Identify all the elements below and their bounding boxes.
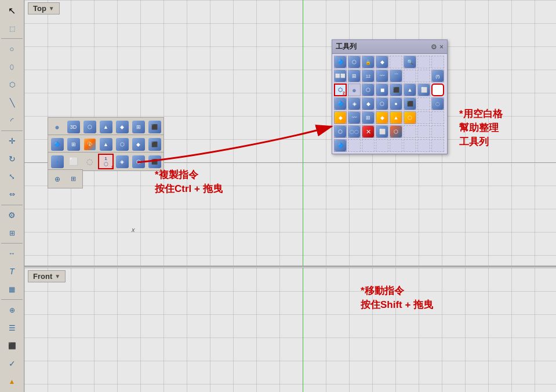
ft-r6-empty2[interactable] [417,125,430,138]
cmd-r3-b3[interactable]: ◌ [82,154,97,169]
cone-btn[interactable]: ▲ [3,373,21,390]
ft-btn-3[interactable]: 🔒 [362,56,375,68]
ft-r2-empty-1[interactable] [404,70,416,82]
ft-r6-3[interactable]: ✕ [362,125,375,138]
ft-r6-4[interactable]: ⬜ [376,125,388,138]
ft-btn-4[interactable]: ◆ [376,56,388,68]
cmd-r2-b7[interactable]: ⬛ [147,136,162,152]
cmd-r3-b5[interactable]: ◈ [114,154,130,169]
ft-r2-4[interactable]: 〰 [376,70,388,82]
ft-empty-1[interactable] [390,56,402,68]
cmd-r2-b5[interactable]: ⬡ [114,136,130,152]
ft-r7-empty4[interactable] [390,139,402,152]
ft-r3-highlighted[interactable]: ⬡ 2 [334,84,347,96]
ft-r6-2[interactable]: ◌◌ [348,125,361,138]
check-btn[interactable]: ✓ [3,355,21,372]
viewport-bottom-label[interactable]: Front ▼ [28,270,66,282]
ft-r7-empty2[interactable] [362,139,375,152]
ft-btn-2[interactable]: ⬡ [348,56,361,68]
cmd-btn-b6[interactable]: ⬛ [147,119,162,135]
ft-r2-6[interactable]: (f) [431,70,444,82]
cmd-r3-copy-btn[interactable]: 1 ⬡ 2 [98,154,114,169]
ft-r3-6[interactable]: ▲ [404,84,416,96]
ft-r3-4[interactable]: ◼ [376,84,388,96]
gear-btn[interactable]: ⚙ [3,207,21,224]
ft-empty-3[interactable] [431,56,444,68]
ft-r4-5[interactable]: ● [390,97,402,110]
viewport-bottom[interactable]: Front ▼ [24,268,556,392]
ft-r6-5[interactable]: ⬡ [390,125,402,138]
cmd-r2-b6[interactable]: ◆ [130,136,146,152]
ft-empty-2[interactable] [417,56,430,68]
cmd-r2-b3[interactable]: 🎨 [82,136,97,152]
ft-r2-5[interactable]: ⌒ [390,70,402,82]
rotate-btn[interactable]: ↻ [3,151,21,168]
cmd-r3-b2[interactable]: ⬜ [66,154,81,169]
ft-r6-empty1[interactable] [404,125,416,138]
ft-r5-6[interactable]: ⬡ [404,111,416,124]
ft-r7-1[interactable]: 🔷 [334,139,347,152]
ft-r4-empty[interactable] [417,97,430,110]
cmd-btn-b1[interactable]: 3D [66,119,81,135]
text-btn[interactable]: T [3,263,21,280]
cmd-r2-b1[interactable]: 🔷 [49,136,65,152]
floating-toolbar-close-icon[interactable]: × [439,43,444,51]
ft-r2-2[interactable]: ⊞ [348,70,361,82]
line-btn[interactable]: ╲ [3,95,21,111]
ft-r7-empty6[interactable] [417,139,430,152]
ft-r2-3[interactable]: 12 [362,70,375,82]
move-btn[interactable]: ✛ [3,133,21,150]
ellipse-btn[interactable]: ⬯ [3,59,21,75]
viewport-top-label[interactable]: Top ▼ [28,2,60,14]
ft-r4-6[interactable]: ⬛ [404,97,416,110]
cmd-r4-snap[interactable]: ⊕ [49,171,65,187]
select-window-btn[interactable]: ⬚ [3,20,21,37]
cmd-r3-b6[interactable]: ⬡ [130,154,146,169]
ft-r5-3[interactable]: ⊞ [362,111,375,124]
ft-r4-2[interactable]: ◈ [348,97,361,110]
cmd-r4-b2[interactable]: ⊞ [66,171,81,187]
cmd-r3-b7[interactable]: ⬛ [147,154,162,169]
mirror-btn[interactable]: ⇔ [3,186,21,203]
circle-btn[interactable]: ○ [3,41,21,57]
cmd-btn-b3[interactable]: ▲ [98,119,114,135]
cmd-r3-b1[interactable]: 🔹 [49,154,65,169]
ft-r7-empty7[interactable] [431,139,444,152]
ft-r7-empty1[interactable] [348,139,361,152]
block-btn[interactable]: ⬛ [3,337,21,354]
ft-r4-4[interactable]: ⬡ [376,97,388,110]
ft-r2-1[interactable]: ⬜⬜ [334,70,347,82]
ft-r5-2[interactable]: 〰 [348,111,361,124]
ft-r3-2[interactable]: ● [348,84,361,96]
snap-btn[interactable]: ⊕ [3,302,21,318]
ft-btn-1[interactable]: 🔷 [334,56,347,68]
dim-btn[interactable]: ↔ [3,245,21,262]
ft-r6-1[interactable]: ⬡ [334,125,347,138]
ft-r3-7[interactable]: ⬜ [417,84,430,96]
ft-r3-5[interactable]: ⬛ [390,84,402,96]
ft-r4-3[interactable]: ◆ [362,97,375,110]
floating-toolbar-settings-icon[interactable]: ⚙ [431,43,437,51]
cmd-r2-b4[interactable]: ▲ [98,136,114,152]
cmd-btn-b4[interactable]: ◆ [114,119,130,135]
layer-btn[interactable]: ☰ [3,320,21,336]
arc-btn[interactable]: ◜ [3,112,21,129]
scale-btn[interactable]: ⤡ [3,168,21,185]
cmd-r2-b2[interactable]: ⊞ [66,136,81,152]
ft-r3-3[interactable]: ⬡ [362,84,375,96]
ft-btn-5[interactable]: 🔍 [404,56,416,68]
ft-r7-empty5[interactable] [404,139,416,152]
cmd-btn-b5[interactable]: ⊞ [130,119,146,135]
ft-r4-1[interactable]: 🔷 [334,97,347,110]
cmd-btn-sphere[interactable]: ● [49,119,65,135]
viewport-top-dropdown-arrow[interactable]: ▼ [49,5,54,12]
hatch-btn[interactable]: ▦ [3,281,21,298]
cmd-btn-b2[interactable]: ⬡ [82,119,97,135]
polygon-btn[interactable]: ⬡ [3,77,21,93]
ft-r5-4[interactable]: ◆ [376,111,388,124]
select-tool-btn[interactable]: ↖ [3,2,21,19]
ft-r6-empty3[interactable] [431,125,444,138]
grid-btn[interactable]: ⊞ [3,224,21,241]
ft-r5-empty[interactable] [417,111,430,124]
ft-r5-empty2[interactable] [431,111,444,124]
